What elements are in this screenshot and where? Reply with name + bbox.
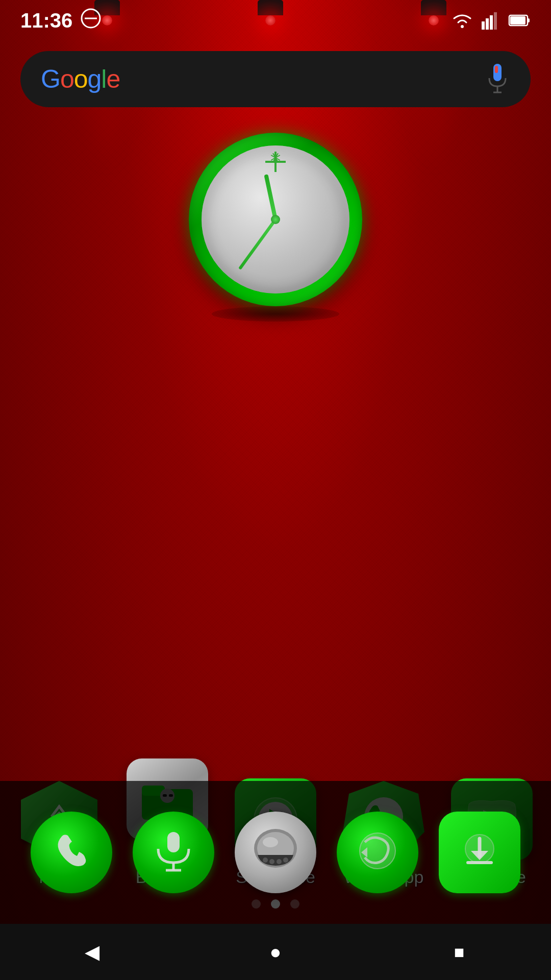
status-left: 11:36 (20, 8, 101, 33)
minute-hand (238, 218, 277, 270)
svg-rect-9 (510, 16, 525, 24)
dock-browser-button[interactable] (337, 812, 418, 893)
svg-rect-3 (482, 21, 485, 30)
dock (0, 781, 551, 924)
voice-search-button[interactable] (485, 61, 510, 97)
svg-rect-11 (495, 66, 498, 73)
clock-center (271, 215, 280, 224)
status-time: 11:36 (20, 9, 72, 32)
dock-mic-button[interactable] (133, 812, 214, 893)
recent-button[interactable]: ■ (439, 932, 480, 972)
signal-icon (482, 11, 500, 30)
dock-center-button[interactable] (235, 812, 316, 893)
svg-rect-4 (486, 18, 489, 30)
nav-bar: ◀ ● ■ (0, 924, 551, 980)
dnd-icon (81, 8, 101, 33)
hour-hand (264, 174, 278, 220)
back-button[interactable]: ◀ (71, 932, 112, 972)
google-search-bar[interactable]: Google (20, 51, 531, 107)
status-bar: 11:36 (0, 0, 551, 41)
svg-rect-8 (528, 18, 530, 22)
google-logo: Google (41, 64, 120, 94)
bottom-section: PRIME Nova Root Browser (0, 758, 551, 924)
svg-point-33 (269, 859, 274, 864)
dock-phone-button[interactable] (31, 812, 112, 893)
svg-rect-27 (167, 832, 180, 852)
status-right (451, 11, 531, 30)
battery-icon (508, 11, 531, 30)
svg-point-32 (263, 857, 268, 863)
home-button[interactable]: ● (255, 932, 296, 972)
clock-face (202, 145, 349, 293)
wifi-icon (451, 11, 473, 30)
dock-download-button[interactable] (439, 812, 520, 893)
svg-point-34 (277, 859, 282, 864)
clock-widget[interactable] (189, 133, 362, 306)
clock-shadow (212, 306, 339, 322)
svg-rect-5 (490, 15, 493, 30)
clock-outer (189, 133, 362, 306)
svg-point-35 (283, 857, 288, 863)
svg-point-2 (461, 25, 464, 28)
svg-rect-6 (494, 12, 497, 30)
svg-point-36 (263, 837, 278, 847)
